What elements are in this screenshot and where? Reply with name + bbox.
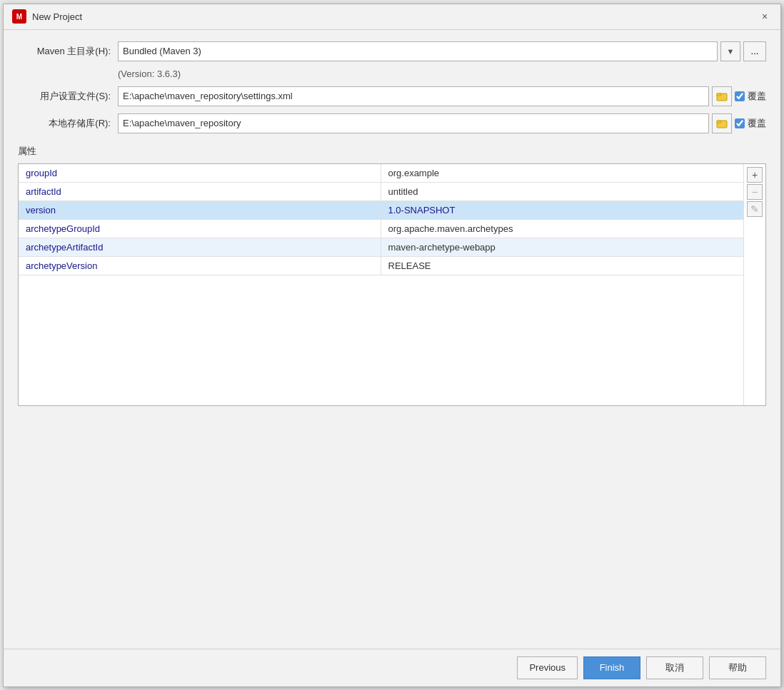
prop-value-archetype-version: RELEASE: [381, 257, 744, 275]
maven-home-dropdown-btn[interactable]: ▼: [720, 41, 740, 61]
remove-property-button[interactable]: −: [747, 184, 763, 200]
prop-value-archetype-groupid: org.apache.maven.archetypes: [381, 220, 744, 238]
table-row[interactable]: archetypeVersion RELEASE: [19, 257, 743, 275]
properties-table-wrap: groupId org.example artifactId untitled …: [18, 163, 766, 406]
settings-file-browse-btn[interactable]: [712, 86, 732, 106]
section-title: 属性: [18, 145, 766, 158]
finish-button[interactable]: Finish: [583, 656, 640, 679]
new-project-dialog: M New Project × Maven 主目录(H): ▼ ... (Ver…: [3, 4, 781, 687]
prop-value-groupid: org.example: [381, 164, 744, 182]
dialog-footer: Previous Finish 取消 帮助: [4, 649, 780, 686]
local-repo-browse-btn[interactable]: [712, 113, 732, 133]
prop-key-version: version: [19, 201, 381, 219]
title-bar-left: M New Project: [12, 9, 82, 24]
settings-override-label: 覆盖: [748, 90, 766, 103]
title-bar: M New Project ×: [4, 4, 780, 30]
table-row[interactable]: groupId org.example: [19, 164, 743, 183]
prop-value-archetype-artifactid: maven-archetype-webapp: [381, 238, 744, 256]
local-repo-input[interactable]: [118, 113, 709, 133]
repo-override-checkbox[interactable]: [735, 118, 745, 128]
prop-key-groupid: groupId: [19, 164, 381, 182]
settings-file-input-wrap: 覆盖: [118, 86, 766, 106]
app-icon: M: [12, 9, 26, 24]
settings-override-wrap: 覆盖: [735, 90, 766, 103]
maven-home-label: Maven 主目录(H):: [18, 45, 111, 58]
settings-file-label: 用户设置文件(S):: [18, 90, 111, 103]
cancel-button[interactable]: 取消: [646, 656, 703, 679]
prop-value-artifactid: untitled: [381, 183, 744, 201]
table-row[interactable]: version 1.0-SNAPSHOT: [19, 201, 743, 220]
maven-home-browse-btn[interactable]: ...: [743, 41, 766, 61]
maven-home-input-wrap: ▼ ...: [118, 41, 766, 61]
dialog-content: Maven 主目录(H): ▼ ... (Version: 3.6.3) 用户设…: [4, 30, 780, 649]
settings-file-input[interactable]: [118, 86, 709, 106]
prop-key-archetype-version: archetypeVersion: [19, 257, 381, 275]
table-row[interactable]: archetypeGroupId org.apache.maven.archet…: [19, 220, 743, 238]
local-repo-input-wrap: 覆盖: [118, 113, 766, 133]
help-button[interactable]: 帮助: [709, 656, 766, 679]
edit-property-button[interactable]: ✎: [747, 201, 763, 217]
local-repo-label: 本地存储库(R):: [18, 117, 111, 130]
table-row[interactable]: archetypeArtifactId maven-archetype-weba…: [19, 238, 743, 257]
settings-file-row: 用户设置文件(S): 覆盖: [18, 86, 766, 106]
dialog-title: New Project: [32, 11, 82, 22]
prop-value-version: 1.0-SNAPSHOT: [381, 201, 744, 219]
local-repo-row: 本地存储库(R): 覆盖: [18, 113, 766, 133]
version-hint: (Version: 3.6.3): [118, 69, 766, 79]
svg-rect-5: [717, 121, 721, 123]
table-actions: + − ✎: [743, 164, 765, 405]
maven-home-row: Maven 主目录(H): ▼ ...: [18, 41, 766, 61]
prop-key-archetype-artifactid: archetypeArtifactId: [19, 238, 381, 256]
prop-key-artifactid: artifactId: [19, 183, 381, 201]
repo-override-wrap: 覆盖: [735, 117, 766, 130]
svg-rect-3: [717, 93, 721, 96]
table-row[interactable]: artifactId untitled: [19, 183, 743, 201]
svg-text:M: M: [16, 13, 22, 21]
add-property-button[interactable]: +: [747, 167, 763, 183]
properties-section: 属性 groupId org.example artifactId untitl…: [18, 142, 766, 406]
settings-override-checkbox[interactable]: [735, 91, 745, 101]
close-button[interactable]: ×: [758, 9, 772, 24]
repo-override-label: 覆盖: [748, 117, 766, 130]
previous-button[interactable]: Previous: [517, 656, 578, 679]
properties-table: groupId org.example artifactId untitled …: [19, 164, 743, 405]
maven-home-input[interactable]: [118, 41, 718, 61]
prop-key-archetype-groupid: archetypeGroupId: [19, 220, 381, 238]
